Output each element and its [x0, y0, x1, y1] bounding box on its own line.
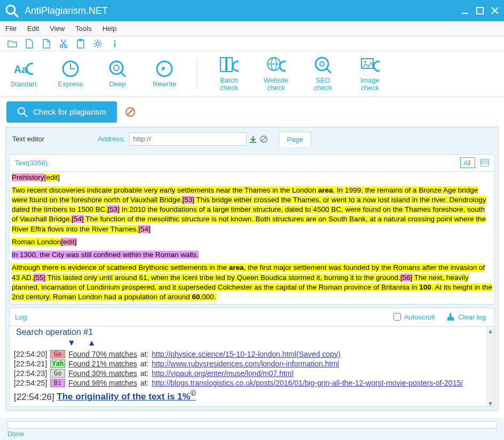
ribbon-deep[interactable]: Deep — [101, 59, 133, 88]
log-url-link[interactable]: http://www.rubysresidences.com/london-in… — [152, 359, 339, 368]
check-plagiarism-button[interactable]: Check for plagiarism — [6, 101, 117, 123]
svg-point-6 — [60, 45, 63, 47]
svg-text:Aa: Aa — [14, 63, 28, 75]
sort-up-icon[interactable]: ▲ — [88, 338, 96, 347]
info-icon[interactable] — [110, 39, 120, 49]
log-row: [22:54:23]GoFound 30% matches at: http:/… — [14, 369, 490, 378]
download-icon[interactable] — [249, 135, 257, 143]
svg-point-0 — [6, 5, 15, 14]
svg-point-32 — [280, 61, 286, 71]
svg-line-47 — [262, 137, 266, 141]
svg-point-39 — [374, 61, 380, 71]
log-label: Log: — [15, 313, 393, 321]
svg-line-36 — [327, 69, 331, 73]
ribbon-image[interactable]: Image check — [354, 55, 386, 92]
log-url-link[interactable]: http://vipauk.org/enter/muse/lond/m07.ht… — [152, 369, 293, 378]
log-timestamp: [22:54:23] — [14, 369, 47, 378]
originality-link[interactable]: The originality of the text is 1%© — [57, 391, 196, 402]
minimize-icon[interactable] — [460, 6, 470, 15]
cut-icon[interactable] — [59, 39, 68, 49]
status-text: Done — [7, 430, 497, 438]
deep-icon — [108, 59, 127, 78]
log-body[interactable]: Search operation #1 ▼ ▲ [22:54:20]GoFoun… — [10, 326, 494, 406]
block-icon[interactable] — [259, 135, 268, 143]
svg-point-16 — [27, 63, 33, 74]
text-chunk: [edit] — [44, 173, 60, 181]
log-found-link[interactable]: Found 21% matches — [68, 359, 137, 368]
sort-down-icon[interactable]: ▼ — [67, 338, 76, 347]
ribbon-standard[interactable]: Aa Standart — [7, 59, 40, 88]
standard-icon: Aa — [14, 59, 33, 78]
ribbon-batch[interactable]: Batch check — [213, 55, 245, 92]
text-chunk: [53] — [182, 196, 194, 204]
originality-line: [22:54:26] The originality of the text i… — [14, 389, 490, 403]
stop-icon[interactable] — [125, 107, 135, 117]
ribbon-seo[interactable]: SEO check — [307, 55, 339, 92]
log-url-link[interactable]: http://physice.science/15-10-12-london.h… — [152, 350, 340, 358]
settings-gear-icon[interactable] — [93, 39, 103, 49]
svg-text:A: A — [463, 159, 468, 166]
ribbon-website[interactable]: Website check — [260, 55, 292, 92]
log-found-link[interactable]: Found 30% matches — [68, 369, 137, 378]
svg-point-38 — [364, 61, 366, 63]
clear-log-button[interactable]: Clear log — [443, 313, 489, 321]
log-scrollbar[interactable]: ▴ ▾ — [486, 326, 494, 406]
open-folder-icon[interactable] — [7, 39, 17, 49]
svg-point-27 — [233, 61, 239, 71]
svg-rect-10 — [77, 40, 84, 48]
svg-point-21 — [110, 61, 123, 74]
svg-line-44 — [128, 109, 133, 115]
menu-help[interactable]: Help — [103, 25, 117, 33]
text-chunk: [54] — [138, 225, 151, 233]
ribbon-standard-label: Standart — [10, 81, 36, 88]
paste-icon[interactable] — [76, 39, 85, 49]
new-file-icon[interactable] — [25, 39, 34, 49]
statusbar: Done — [0, 419, 504, 440]
menu-edit[interactable]: Edit — [27, 25, 39, 33]
svg-point-41 — [18, 108, 25, 114]
page-tab[interactable]: Page — [279, 132, 311, 147]
log-timestamp: [22:54:21] — [14, 359, 47, 368]
ribbon-deep-label: Deep — [109, 81, 125, 88]
seo-icon — [313, 55, 333, 75]
search-operation-label: Search operation #1 — [16, 327, 490, 337]
text-chunk: ,000. — [200, 293, 216, 301]
app-title: AntiPlagiarism.NET — [25, 5, 455, 17]
ribbon-image-label: Image check — [360, 77, 380, 92]
broom-icon — [446, 313, 455, 321]
log-found-link[interactable]: Found 70% matches — [68, 350, 137, 358]
clear-log-label: Clear log — [458, 313, 486, 321]
originality-timestamp: [22:54:26] — [14, 391, 57, 402]
ribbon-express[interactable]: Express — [54, 59, 86, 88]
close-icon[interactable] — [490, 6, 500, 15]
log-header: Log: Autoscroll Clear log — [10, 308, 494, 326]
autoscroll-checkbox[interactable] — [393, 313, 401, 321]
autoscroll-toggle[interactable]: Autoscroll — [393, 313, 435, 321]
svg-rect-26 — [227, 58, 232, 71]
maximize-icon[interactable] — [475, 6, 485, 15]
express-icon — [61, 59, 80, 78]
log-found-link[interactable]: Found 98% matches — [68, 379, 137, 387]
svg-rect-25 — [220, 58, 226, 71]
text-chunk: [55] — [34, 274, 46, 282]
batch-icon — [219, 55, 239, 75]
log-timestamp: [22:54:20] — [14, 350, 47, 358]
text-chunk: Prehistory — [12, 173, 44, 181]
menu-tools[interactable]: Tools — [75, 25, 91, 33]
menu-file[interactable]: File — [5, 25, 17, 33]
save-file-icon[interactable] — [42, 39, 51, 49]
log-at: at: — [140, 350, 149, 358]
svg-point-22 — [114, 65, 119, 70]
svg-point-34 — [316, 58, 328, 70]
layout-icon[interactable] — [481, 159, 489, 166]
editor-header: Text editor Address: Page — [6, 127, 498, 151]
highlight-icon[interactable]: A — [460, 157, 475, 168]
address-input[interactable] — [129, 132, 247, 146]
app-logo-icon — [4, 3, 19, 18]
log-url-link[interactable]: http://blogs.translogistics.co.uk/posts/… — [152, 379, 463, 387]
log-engine-tag: Yah — [50, 359, 65, 368]
text-body[interactable]: Prehistory[edit] Two recent discoveries … — [10, 172, 494, 304]
menu-view[interactable]: View — [50, 25, 65, 33]
log-row: [22:54:25]BiFound 98% matches at: http:/… — [14, 379, 490, 387]
ribbon-rewrite[interactable]: Rewrite — [148, 59, 180, 88]
